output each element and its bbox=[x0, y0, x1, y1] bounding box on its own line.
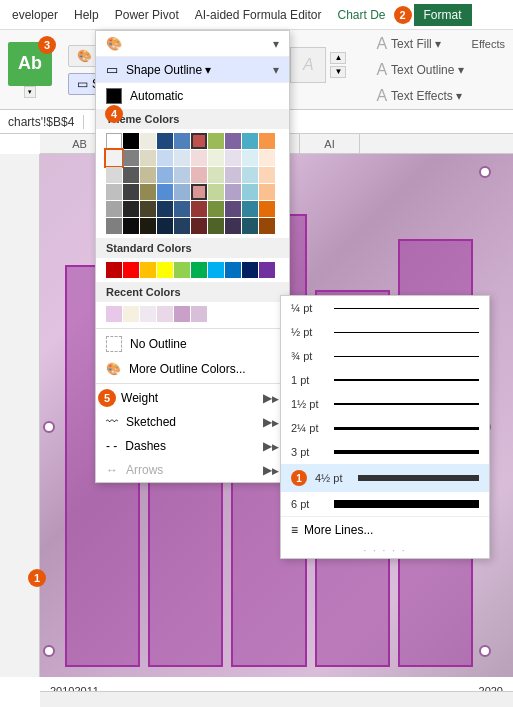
menu-format[interactable]: Format bbox=[414, 4, 472, 26]
theme-color-swatch[interactable] bbox=[157, 201, 173, 217]
more-lines-item[interactable]: ≡ More Lines... bbox=[281, 516, 489, 543]
recent-color-swatch[interactable] bbox=[106, 306, 122, 322]
menu-help[interactable]: Help bbox=[66, 4, 107, 26]
dashes-item[interactable]: - - Dashes ▶ bbox=[96, 434, 289, 458]
theme-color-swatch[interactable] bbox=[242, 184, 258, 200]
theme-color-swatch[interactable] bbox=[225, 167, 241, 183]
theme-color-swatch[interactable] bbox=[174, 184, 190, 200]
theme-color-swatch[interactable] bbox=[106, 201, 122, 217]
weight-half-pt[interactable]: ½ pt bbox=[281, 320, 489, 344]
theme-color-swatch[interactable] bbox=[259, 201, 275, 217]
arrows-item[interactable]: ↔ Arrows ▶ bbox=[96, 458, 289, 482]
theme-color-swatch[interactable] bbox=[191, 184, 207, 200]
theme-color-swatch[interactable] bbox=[191, 218, 207, 234]
theme-color-swatch[interactable] bbox=[259, 218, 275, 234]
theme-color-swatch[interactable] bbox=[106, 150, 122, 166]
no-outline-item[interactable]: No Outline bbox=[96, 331, 289, 357]
theme-color-swatch[interactable] bbox=[123, 150, 139, 166]
shape-outline-menu-item[interactable]: ▭ Shape Outline ▾ ▾ bbox=[96, 57, 289, 83]
theme-color-swatch[interactable] bbox=[225, 133, 241, 149]
text-fill-button[interactable]: A Text Fill ▾ bbox=[370, 33, 469, 55]
weight-1half-pt[interactable]: 1½ pt bbox=[281, 392, 489, 416]
theme-color-swatch[interactable] bbox=[140, 167, 156, 183]
theme-color-swatch[interactable] bbox=[140, 218, 156, 234]
standard-color-swatch[interactable] bbox=[191, 262, 207, 278]
wordart-A-small[interactable]: A bbox=[290, 47, 326, 83]
shape-fill-menu-item[interactable]: 🎨 ▾ bbox=[96, 31, 289, 57]
weight-1pt[interactable]: 1 pt bbox=[281, 368, 489, 392]
weight-4half-pt[interactable]: 1 4½ pt bbox=[281, 464, 489, 492]
standard-color-swatch[interactable] bbox=[225, 262, 241, 278]
weight-item[interactable]: ≡ 5 Weight ▶ bbox=[96, 386, 289, 410]
theme-color-swatch[interactable] bbox=[140, 133, 156, 149]
standard-color-swatch[interactable] bbox=[140, 262, 156, 278]
wordart-scroll-up[interactable]: ▲ bbox=[330, 52, 346, 64]
standard-color-swatch[interactable] bbox=[106, 262, 122, 278]
weight-3quarter-pt[interactable]: ¾ pt bbox=[281, 344, 489, 368]
theme-color-swatch[interactable] bbox=[259, 184, 275, 200]
theme-color-swatch[interactable] bbox=[242, 201, 258, 217]
selection-handle-ml[interactable] bbox=[43, 421, 55, 433]
theme-color-swatch[interactable] bbox=[140, 184, 156, 200]
theme-color-swatch[interactable] bbox=[174, 167, 190, 183]
theme-color-swatch[interactable] bbox=[123, 184, 139, 200]
recent-color-swatch[interactable] bbox=[157, 306, 173, 322]
standard-color-swatch[interactable] bbox=[242, 262, 258, 278]
theme-color-swatch[interactable] bbox=[208, 133, 224, 149]
theme-color-swatch[interactable] bbox=[191, 167, 207, 183]
theme-color-swatch[interactable] bbox=[123, 133, 139, 149]
theme-color-swatch[interactable] bbox=[259, 150, 275, 166]
theme-color-swatch[interactable] bbox=[242, 167, 258, 183]
ab-dropdown[interactable]: ▾ bbox=[24, 86, 36, 98]
theme-color-swatch[interactable] bbox=[208, 184, 224, 200]
more-colors-item[interactable]: 🎨 More Outline Colors... bbox=[96, 357, 289, 381]
weight-quarter-pt[interactable]: ¼ pt bbox=[281, 296, 489, 320]
horizontal-scrollbar[interactable] bbox=[40, 691, 513, 707]
theme-color-swatch[interactable] bbox=[259, 167, 275, 183]
text-outline-button[interactable]: A Text Outline ▾ bbox=[370, 59, 469, 81]
standard-color-swatch[interactable] bbox=[123, 262, 139, 278]
theme-color-swatch[interactable] bbox=[106, 133, 122, 149]
theme-color-swatch[interactable] bbox=[140, 201, 156, 217]
menu-developer[interactable]: eveloper bbox=[4, 4, 66, 26]
theme-color-swatch[interactable] bbox=[157, 184, 173, 200]
theme-color-swatch[interactable] bbox=[208, 201, 224, 217]
theme-color-swatch[interactable] bbox=[174, 201, 190, 217]
selection-handle-bl[interactable] bbox=[43, 645, 55, 657]
theme-color-swatch[interactable] bbox=[208, 167, 224, 183]
theme-color-swatch[interactable] bbox=[259, 133, 275, 149]
weight-6pt[interactable]: 6 pt bbox=[281, 492, 489, 516]
theme-color-swatch[interactable] bbox=[191, 133, 207, 149]
selection-handle-tr[interactable] bbox=[479, 166, 491, 178]
theme-color-swatch[interactable] bbox=[157, 218, 173, 234]
recent-color-swatch[interactable] bbox=[191, 306, 207, 322]
theme-color-swatch[interactable] bbox=[191, 201, 207, 217]
weight-3pt[interactable]: 3 pt bbox=[281, 440, 489, 464]
theme-color-swatch[interactable] bbox=[225, 218, 241, 234]
standard-color-swatch[interactable] bbox=[157, 262, 173, 278]
theme-color-swatch[interactable] bbox=[208, 150, 224, 166]
menu-ai-formula[interactable]: AI-aided Formula Editor bbox=[187, 4, 330, 26]
theme-color-swatch[interactable] bbox=[123, 167, 139, 183]
standard-color-swatch[interactable] bbox=[208, 262, 224, 278]
theme-color-swatch[interactable] bbox=[106, 184, 122, 200]
theme-color-swatch[interactable] bbox=[225, 184, 241, 200]
theme-color-swatch[interactable] bbox=[157, 150, 173, 166]
selection-handle-br[interactable] bbox=[479, 645, 491, 657]
theme-color-swatch[interactable] bbox=[123, 201, 139, 217]
sketched-item[interactable]: 〰 Sketched ▶ bbox=[96, 410, 289, 434]
standard-color-swatch[interactable] bbox=[174, 262, 190, 278]
menu-chart-design[interactable]: Chart De bbox=[329, 4, 393, 26]
theme-color-swatch[interactable] bbox=[174, 133, 190, 149]
recent-color-swatch[interactable] bbox=[140, 306, 156, 322]
theme-color-swatch[interactable] bbox=[123, 218, 139, 234]
weight-2quarter-pt[interactable]: 2¼ pt bbox=[281, 416, 489, 440]
theme-color-swatch[interactable] bbox=[191, 150, 207, 166]
theme-color-swatch[interactable] bbox=[174, 218, 190, 234]
wordart-scroll-down[interactable]: ▼ bbox=[330, 66, 346, 78]
standard-color-swatch[interactable] bbox=[259, 262, 275, 278]
theme-color-swatch[interactable] bbox=[242, 218, 258, 234]
recent-color-swatch[interactable] bbox=[174, 306, 190, 322]
theme-color-swatch[interactable] bbox=[157, 167, 173, 183]
recent-color-swatch[interactable] bbox=[123, 306, 139, 322]
